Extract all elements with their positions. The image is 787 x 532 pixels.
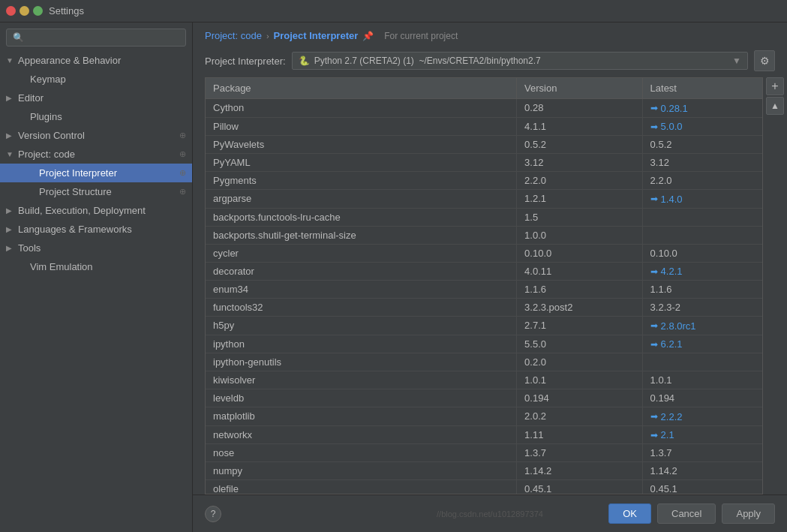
- sidebar-item-plugins[interactable]: Plugins: [0, 107, 192, 126]
- table-row[interactable]: ipython5.5.0➡6.2.1: [206, 335, 762, 353]
- interpreter-label: Project Interpreter:: [205, 56, 286, 67]
- cell-latest: 1.1.6: [642, 281, 762, 299]
- table-row[interactable]: leveldb0.1940.194: [206, 389, 762, 407]
- cell-version: 0.10.0: [517, 244, 642, 262]
- arrow-right-icon: ➡: [650, 320, 658, 331]
- minimize-button[interactable]: [20, 6, 29, 16]
- sidebar-item-project-code[interactable]: Project: code⊕: [0, 145, 192, 164]
- arrow-icon: [6, 206, 15, 215]
- table-row[interactable]: enum341.1.61.1.6: [206, 281, 762, 299]
- table-row[interactable]: decorator4.0.11➡4.2.1: [206, 262, 762, 281]
- table-row[interactable]: ipython-genutils0.2.0: [206, 353, 762, 371]
- arrow-right-icon: ➡: [650, 266, 658, 277]
- close-button[interactable]: [6, 6, 16, 16]
- upgrade-indicator: ➡6.2.1: [650, 338, 683, 350]
- cell-version: 1.1.6: [517, 281, 642, 299]
- upgrade-indicator: ➡2.2.2: [650, 411, 683, 422]
- table-row[interactable]: backports.shutil-get-terminal-size1.0.0: [206, 226, 762, 244]
- table-row[interactable]: olefile0.45.10.45.1: [206, 480, 762, 495]
- table-row[interactable]: numpy1.14.21.14.2: [206, 462, 762, 480]
- breadcrumb-current: Project Interpreter: [274, 30, 359, 41]
- table-row[interactable]: argparse1.2.1➡1.4.0: [206, 190, 762, 209]
- sidebar-item-vim[interactable]: Vim Emulation: [0, 257, 192, 276]
- cell-latest: 1.0.1: [642, 371, 762, 389]
- table-row[interactable]: functools323.2.3.post23.2.3-2: [206, 299, 762, 317]
- maximize-button[interactable]: [33, 6, 43, 16]
- apply-button[interactable]: Apply: [722, 503, 775, 524]
- cell-version: 4.1.1: [517, 117, 642, 136]
- cell-version: 1.11: [517, 425, 642, 444]
- breadcrumb-project[interactable]: Project: code: [205, 30, 262, 41]
- cell-latest: ➡4.2.1: [642, 262, 762, 281]
- latest-version: 6.2.1: [661, 338, 683, 350]
- help-button[interactable]: ?: [205, 506, 221, 522]
- watermark: //blog.csdn.net/u1012897374: [437, 509, 543, 518]
- sidebar-item-keymap[interactable]: Keymap: [0, 70, 192, 89]
- window-controls: [6, 6, 43, 16]
- copy-icon: ⊕: [179, 168, 186, 178]
- add-package-button[interactable]: +: [766, 77, 784, 95]
- cell-version: 5.5.0: [517, 335, 642, 353]
- cell-latest: 1.14.2: [642, 462, 762, 480]
- cell-latest: ➡2.2.2: [642, 407, 762, 426]
- latest-version: 2.2.2: [661, 411, 683, 422]
- table-row[interactable]: PyYAML3.123.12: [206, 154, 762, 172]
- cell-package: enum34: [206, 281, 517, 299]
- arrow-right-icon: ➡: [650, 103, 658, 113]
- sidebar-item-version-control[interactable]: Version Control⊕: [0, 126, 192, 145]
- right-controls: + ▲: [763, 77, 787, 494]
- cell-latest: [642, 226, 762, 244]
- search-input[interactable]: [6, 29, 186, 47]
- sidebar-item-editor[interactable]: Editor: [0, 89, 192, 107]
- cell-package: Pillow: [206, 117, 517, 136]
- cell-package: leveldb: [206, 389, 517, 407]
- interpreter-value: Python 2.7 (CRETA2) (1) ~/Envs/CRETA2/bi…: [314, 56, 541, 66]
- packages-table-container[interactable]: Package Version Latest Cython0.28➡0.28.1…: [205, 77, 763, 494]
- table-row[interactable]: Cython0.28➡0.28.1: [206, 99, 762, 118]
- sidebar-nav: Appearance & BehaviorKeymapEditorPlugins…: [0, 51, 192, 276]
- copy-icon: ⊕: [179, 187, 186, 197]
- sidebar-item-build-exec[interactable]: Build, Execution, Deployment: [0, 201, 192, 220]
- scroll-up-button[interactable]: ▲: [766, 97, 784, 115]
- cell-package: ipython-genutils: [206, 353, 517, 371]
- sidebar-item-appearance[interactable]: Appearance & Behavior: [0, 51, 192, 70]
- table-row[interactable]: nose1.3.71.3.7: [206, 444, 762, 462]
- chevron-down-icon: ▼: [732, 56, 741, 66]
- table-row[interactable]: PyWavelets0.5.20.5.2: [206, 136, 762, 154]
- table-row[interactable]: Pygments2.2.02.2.0: [206, 172, 762, 190]
- cell-latest: 0.5.2: [642, 136, 762, 154]
- gear-button[interactable]: ⚙: [754, 50, 775, 71]
- cancel-button[interactable]: Cancel: [657, 503, 716, 524]
- interpreter-row: Project Interpreter: 🐍 Python 2.7 (CRETA…: [193, 47, 787, 77]
- cell-latest: ➡6.2.1: [642, 335, 762, 353]
- table-row[interactable]: Pillow4.1.1➡5.0.0: [206, 117, 762, 136]
- cell-latest: 1.3.7: [642, 444, 762, 462]
- sidebar-item-project-structure[interactable]: Project Structure⊕: [0, 182, 192, 201]
- upgrade-indicator: ➡2.8.0rc1: [650, 320, 696, 332]
- cell-package: matplotlib: [206, 407, 517, 426]
- sidebar-item-label: Vim Emulation: [30, 261, 93, 272]
- cell-latest: 3.2.3-2: [642, 299, 762, 317]
- sidebar-item-languages[interactable]: Languages & Frameworks: [0, 220, 192, 239]
- cell-package: PyYAML: [206, 154, 517, 172]
- sidebar-item-label: Project Interpreter: [39, 167, 117, 179]
- cell-package: numpy: [206, 462, 517, 480]
- cell-version: 0.5.2: [517, 136, 642, 154]
- table-row[interactable]: h5py2.7.1➡2.8.0rc1: [206, 317, 762, 335]
- interpreter-select[interactable]: 🐍 Python 2.7 (CRETA2) (1) ~/Envs/CRETA2/…: [292, 52, 748, 70]
- cell-package: Cython: [206, 99, 517, 118]
- col-latest: Latest: [642, 78, 762, 99]
- table-row[interactable]: backports.functools-lru-cache1.5: [206, 208, 762, 226]
- table-row[interactable]: cycler0.10.00.10.0: [206, 244, 762, 262]
- cell-version: 0.2.0: [517, 353, 642, 371]
- upgrade-indicator: ➡2.1: [650, 429, 674, 440]
- table-row[interactable]: kiwisolver1.0.11.0.1: [206, 371, 762, 389]
- table-row[interactable]: matplotlib2.0.2➡2.2.2: [206, 407, 762, 426]
- table-row[interactable]: networkx1.11➡2.1: [206, 425, 762, 444]
- sidebar-item-tools[interactable]: Tools: [0, 239, 192, 257]
- cell-package: PyWavelets: [206, 136, 517, 154]
- ok-button[interactable]: OK: [608, 503, 651, 524]
- upgrade-indicator: ➡0.28.1: [650, 103, 688, 114]
- cell-version: 1.14.2: [517, 462, 642, 480]
- sidebar-item-project-interpreter[interactable]: Project Interpreter⊕: [0, 164, 192, 182]
